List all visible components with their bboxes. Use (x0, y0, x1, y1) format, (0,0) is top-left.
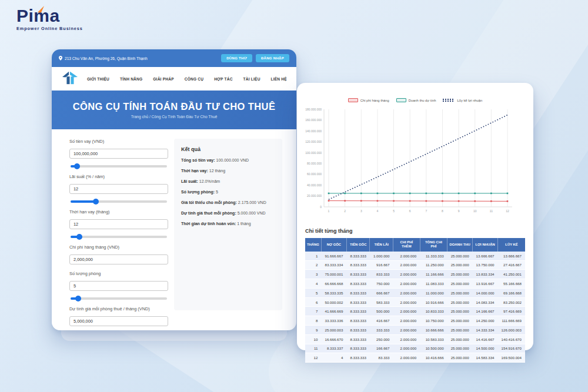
svg-text:80.000.000: 80.000.000 (307, 162, 322, 165)
table-header-cell: THÁNG (305, 238, 321, 252)
table-cell: 11.000.000 (420, 288, 447, 297)
svg-text:120.000.000: 120.000.000 (305, 140, 322, 143)
table-cell: 11.250.000 (420, 260, 447, 270)
table-cell: 1 (305, 252, 321, 260)
table-cell: 25.000.000 (447, 307, 473, 316)
table-row: 1248.333.33383.3332.000.00010.416.66625.… (305, 353, 525, 363)
result-value: 1 tháng (236, 222, 250, 226)
nav-item-4[interactable]: CÔNG CỤ (185, 77, 204, 81)
field-slider[interactable] (71, 200, 167, 203)
table-cell: 5 (305, 288, 321, 297)
form-field-5: Số lượng phòng (69, 271, 168, 300)
detail-table: THÁNGNỢ GỐCTIỀN GỐCTIỀN LÃICHI PHÍ THÊMT… (305, 238, 525, 363)
table-cell: 25.000.000 (447, 252, 473, 260)
table-cell: 12 (305, 353, 321, 363)
table-cell: 8.333.333 (346, 334, 370, 344)
table-cell: 41.250.001 (498, 270, 525, 279)
table-cell: 2.000.000 (393, 252, 420, 260)
table-cell: 9 (305, 326, 321, 335)
svg-text:40.000.000: 40.000.000 (307, 183, 322, 187)
table-cell: 25.000.000 (447, 297, 473, 307)
table-cell: 1.000.000 (370, 252, 393, 260)
table-row: 558.333.3358.333.333666.6672.000.00011.0… (305, 288, 525, 297)
nav-item-1[interactable]: GIỚI THIỆU (87, 77, 109, 81)
table-cell: 8.333.333 (346, 279, 370, 289)
table-cell: 11 (305, 344, 321, 353)
legend-label: Lũy kế lợi nhuận (457, 99, 482, 102)
login-button[interactable]: ĐĂNG NHẬP (256, 54, 289, 62)
svg-text:20.000.000: 20.000.000 (307, 194, 322, 197)
field-input[interactable] (69, 281, 168, 291)
page-hero: CÔNG CỤ TÍNH TOÁN ĐẦU TƯ CHO THUÊ Trang … (52, 91, 296, 129)
table-cell: 2.000.000 (393, 288, 420, 297)
nav-item-3[interactable]: GIẢI PHÁP (153, 77, 174, 81)
nav-item-7[interactable]: LIÊN HỆ (271, 77, 287, 81)
result-label: Thời hạn vay: (181, 169, 208, 173)
table-header-cell: NỢ GỐC (321, 238, 346, 252)
pima-tagline: Empower Online Business (16, 26, 83, 31)
table-cell: 8.333.333 (346, 344, 370, 353)
table-cell: 10.583.333 (420, 334, 447, 344)
table-cell: 111.666.669 (498, 316, 525, 326)
field-input[interactable] (69, 254, 168, 264)
result-item: Tổng số tiền vay: 100.000.000 VND (181, 158, 275, 162)
svg-text:140.000.000: 140.000.000 (305, 129, 322, 133)
calculator-form: Số tiền vay (VND)Lãi suất (% / năm)Thời … (69, 139, 168, 310)
svg-text:10: 10 (473, 209, 477, 213)
table-cell: 10.666.666 (420, 326, 447, 335)
table-cell: 916.667 (370, 260, 393, 270)
table-cell: 25.000.000 (447, 326, 473, 335)
field-slider[interactable] (71, 297, 167, 300)
results-title: Kết quả (181, 146, 275, 152)
table-header-cell: LỢI NHUẬN (473, 238, 498, 252)
field-input[interactable] (69, 316, 168, 326)
table-cell: 14.083.334 (473, 297, 498, 307)
site-navbar: GIỚI THIỆUTÍNH NĂNGGIẢI PHÁPCÔNG CỤHỢP T… (52, 67, 296, 91)
table-cell: 25.000.000 (447, 288, 473, 297)
analytics-card: Chi phí hàng thángDoanh thu dự tínhLũy k… (297, 83, 533, 350)
svg-text:5: 5 (393, 209, 395, 213)
field-slider[interactable] (71, 236, 167, 238)
table-cell: 2.000.000 (393, 297, 420, 307)
nav-item-5[interactable]: HỢP TÁC (214, 77, 232, 81)
table-cell: 140.416.670 (498, 334, 525, 344)
field-input[interactable] (69, 184, 168, 194)
slider-thumb[interactable] (93, 199, 99, 205)
field-input[interactable] (69, 149, 168, 159)
table-cell: 83.333.334 (321, 260, 346, 270)
svg-text:6: 6 (409, 209, 411, 213)
table-cell: 2 (305, 260, 321, 270)
table-cell: 25.000.000 (447, 260, 473, 270)
svg-text:7: 7 (425, 209, 427, 213)
field-input[interactable] (69, 219, 168, 229)
svg-text:11: 11 (490, 209, 493, 213)
nav-item-2[interactable]: TÍNH NĂNG (120, 77, 142, 81)
table-row: 1016.666.6708.333.333250.0002.000.00010.… (305, 334, 525, 344)
table-cell: 166.667 (370, 344, 393, 353)
table-cell: 8.333.337 (321, 344, 346, 353)
field-slider[interactable] (71, 165, 167, 167)
breadcrumb[interactable]: Trang chủ / Công Cụ Tính Toán Đầu Tư Cho… (52, 115, 296, 119)
svg-text:100.000.000: 100.000.000 (305, 151, 322, 155)
investment-chart: Chi phí hàng thángDoanh thu dự tínhLũy k… (297, 83, 533, 222)
pima-wordmark: Pima (16, 7, 83, 25)
trial-button[interactable]: DÙNG THỬ (221, 54, 252, 62)
result-label: Số lượng phòng: (181, 190, 215, 194)
slider-thumb[interactable] (74, 163, 80, 169)
result-value: 100.000.000 VND (215, 158, 249, 162)
slider-thumb[interactable] (75, 296, 81, 301)
result-value: 12 tháng (208, 169, 225, 173)
table-cell: 4 (321, 353, 346, 363)
form-field-2: Lãi suất (% / năm) (69, 174, 168, 203)
result-value: 12.0%/năm (198, 179, 220, 183)
table-row: 466.666.6688.333.333750.0002.000.00011.0… (305, 279, 525, 289)
result-label: Lãi suất: (181, 179, 198, 183)
nav-item-6[interactable]: TÀI LIỆU (243, 77, 260, 81)
table-cell: 25.000.000 (447, 279, 473, 289)
result-value: 5 (215, 190, 218, 194)
slider-thumb[interactable] (76, 234, 82, 240)
table-cell: 8.333.333 (346, 252, 370, 260)
table-header-cell: CHI PHÍ THÊM (393, 238, 420, 252)
table-cell: 25.000.000 (447, 353, 473, 363)
field-label: Số lượng phòng (69, 271, 168, 276)
